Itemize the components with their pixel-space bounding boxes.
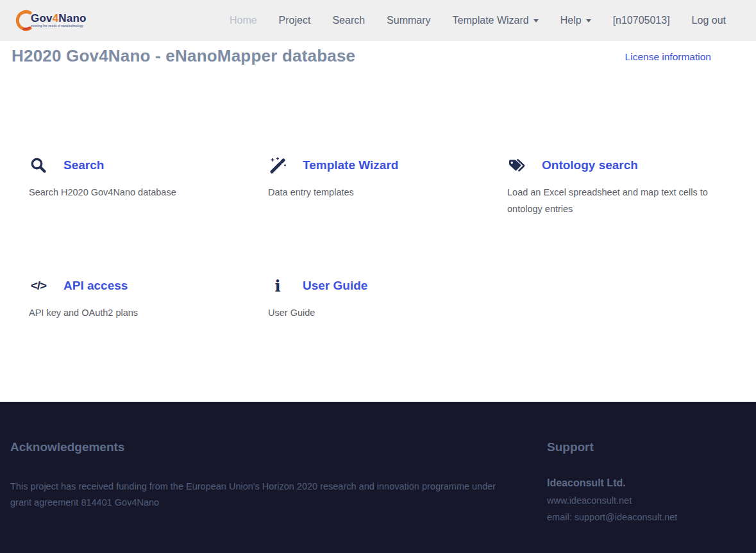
acknowledgements-heading: Acknowledgements [10, 440, 547, 454]
nav-help-dropdown[interactable]: Help [550, 15, 602, 26]
tags-icon [507, 156, 526, 175]
logo-text: Gov4Nano [31, 13, 87, 24]
nav-user-id[interactable]: [n10705013] [602, 15, 681, 26]
footer: Acknowledgements This project has receiv… [0, 402, 756, 553]
nav-home[interactable]: Home [219, 15, 268, 26]
chevron-down-icon [533, 19, 539, 22]
magic-wand-icon [268, 156, 287, 175]
nav-logout[interactable]: Log out [681, 15, 737, 26]
user-guide-link[interactable]: User Guide [303, 279, 367, 293]
license-information-link[interactable]: License information [625, 51, 711, 63]
card-api-access: </> API access API key and OAuth2 plans [19, 276, 258, 321]
code-icon: </> [29, 276, 48, 295]
nav-summary[interactable]: Summary [376, 15, 441, 26]
footer-acknowledgements: Acknowledgements This project has receiv… [10, 440, 547, 553]
footer-support: Support Ideaconsult Ltd. www.ideaconsult… [547, 440, 746, 553]
chevron-down-icon [586, 19, 591, 22]
feature-cards: Search Search H2020 Gov4Nano database Te… [0, 156, 756, 321]
support-website-link[interactable]: www.ideaconsult.net [547, 495, 746, 506]
acknowledgements-text: This project has received funding from t… [10, 479, 504, 511]
nav-template-wizard-dropdown[interactable]: Template Wizard [442, 15, 550, 26]
page-title: H2020 Gov4Nano - eNanoMapper database [12, 46, 355, 66]
search-link[interactable]: Search [63, 158, 104, 172]
support-company: Ideaconsult Ltd. [547, 477, 746, 489]
info-icon: i [268, 276, 287, 295]
main-nav: Home Project Search Summary Template Wiz… [219, 15, 737, 26]
template-wizard-description: Data entry templates [268, 184, 480, 201]
card-ontology-search: Ontology search Load an Excel spreadshee… [498, 156, 737, 217]
user-guide-description: User Guide [268, 304, 480, 321]
support-heading: Support [547, 440, 746, 454]
ontology-search-link[interactable]: Ontology search [542, 158, 638, 172]
nav-search[interactable]: Search [321, 15, 376, 26]
logo-tagline: meeting the needs of nanotechnology [31, 25, 87, 28]
nav-project[interactable]: Project [268, 15, 322, 26]
page-header: H2020 Gov4Nano - eNanoMapper database Li… [0, 41, 756, 66]
card-template-wizard: Template Wizard Data entry templates [258, 156, 498, 217]
support-email-link[interactable]: email: support@ideaconsult.net [547, 512, 746, 522]
navbar: Gov4Nano meeting the needs of nanotechno… [0, 0, 756, 41]
search-description: Search H2020 Gov4Nano database [29, 184, 240, 201]
gov4nano-logo[interactable]: Gov4Nano meeting the needs of nanotechno… [13, 8, 87, 33]
api-access-description: API key and OAuth2 plans [29, 304, 240, 321]
search-icon [29, 156, 48, 175]
template-wizard-link[interactable]: Template Wizard [303, 158, 398, 172]
card-search: Search Search H2020 Gov4Nano database [19, 156, 258, 217]
ontology-search-description: Load an Excel spreadsheet and map text c… [507, 184, 719, 217]
api-access-link[interactable]: API access [63, 279, 128, 293]
card-user-guide: i User Guide User Guide [258, 276, 498, 321]
